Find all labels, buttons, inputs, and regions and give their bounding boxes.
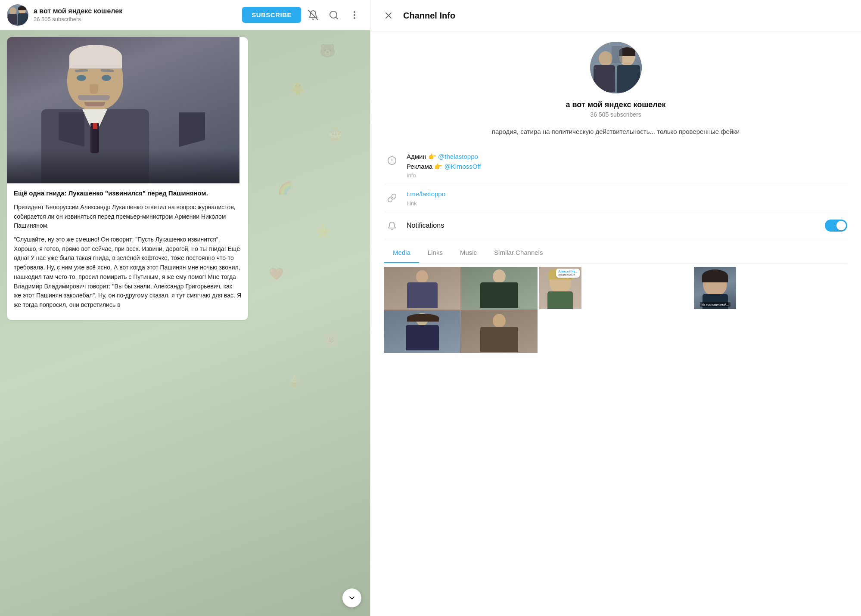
thumb-chat-overlay: Алексей Чу... @KirnessOff [556, 269, 580, 278]
message-text-block: Ещё одна гнида: Лукашенко "извинился" пе… [7, 183, 248, 320]
info-body: а вот мой яндекс кошелек 36 505 subscrib… [370, 31, 861, 616]
info-description: пародия, сатира на политическую действит… [384, 127, 847, 136]
svg-line-2 [336, 17, 338, 19]
svg-point-5 [354, 18, 355, 19]
right-panel: Channel Info а вот мой яндекс кошелек 36… [370, 0, 861, 616]
media-thumb-1[interactable] [384, 267, 538, 353]
thumb-sub-2 [461, 267, 538, 310]
svg-line-0 [308, 10, 318, 20]
link-label: Link [407, 200, 847, 207]
notifications-row-icon [384, 218, 400, 234]
info-channel-subs: 36 505 subscribers [590, 111, 641, 118]
notifications-label: Notifications [407, 222, 818, 229]
info-row-icon [384, 153, 400, 168]
message-paragraph-2: "Слушайте, ну это же смешно! Он говорит:… [14, 235, 241, 310]
message-card: Ещё одна гнида: Лукашенко "извинился" пе… [7, 37, 248, 320]
info-header: Channel Info [370, 0, 861, 31]
info-row: Админ 👉 @thelastoppo Реклама 👉 @KirnossO… [384, 147, 847, 184]
media-thumb-2[interactable]: Алексей Чу... @KirnessOff [539, 267, 581, 309]
admin-link[interactable]: @thelastoppo [438, 153, 478, 160]
link-row-content: t.me/lastoppo Link [407, 189, 847, 207]
reklama-link[interactable]: @KirnossOff [444, 163, 481, 170]
info-close-button[interactable] [381, 8, 396, 23]
message-image [7, 37, 239, 183]
svg-point-4 [354, 15, 355, 15]
message-body: Президент Белоруссии Александр Лукашенко… [14, 203, 241, 310]
chat-content: Ещё одна гнида: Лукашенко "извинился" пе… [0, 30, 370, 616]
channel-title-block: а вот мой яндекс кошелек 36 505 subscrib… [34, 7, 242, 22]
info-row-content: Админ 👉 @thelastoppo Реклама 👉 @KirnossO… [407, 152, 847, 179]
more-icon [349, 10, 360, 20]
media-tabs: Media Links Music Similar Channels [384, 243, 847, 263]
channel-header: а вот мой яндекс кошелек 36 505 subscrib… [0, 0, 370, 30]
info-panel-title: Channel Info [403, 11, 455, 21]
toggle-knob [836, 221, 846, 230]
left-panel: а вот мой яндекс кошелек 36 505 subscrib… [0, 0, 370, 616]
info-avatar [590, 42, 642, 93]
tab-media[interactable]: Media [384, 243, 419, 263]
bell-mute-icon [308, 10, 318, 20]
link-icon [387, 193, 397, 203]
tab-similar-channels[interactable]: Similar Channels [485, 243, 551, 263]
scroll-down-button[interactable] [342, 588, 361, 607]
info-channel-name: а вот мой яндекс кошелек [566, 100, 666, 109]
tab-links[interactable]: Links [419, 243, 451, 263]
link-row-icon [384, 190, 400, 206]
media-thumb-3[interactable]: Из воспоминаний... [694, 267, 736, 309]
media-grid: Алексей Чу... @KirnessOff Из воспоминани… [384, 265, 847, 355]
link-value: t.me/lastoppo [407, 189, 847, 199]
thumb-sub-1 [384, 267, 460, 310]
more-button[interactable] [346, 6, 363, 24]
thumb-sub-4 [461, 310, 538, 353]
chat-area: 🐻 🐥 🎂 🌈 ⭐ ❤️ 🌸 🍦 🦕 🌙 [0, 30, 370, 616]
message-paragraph-1: Президент Белоруссии Александр Лукашенко… [14, 203, 241, 231]
link-row: t.me/lastoppo Link [384, 184, 847, 212]
channel-avatar-small [7, 4, 28, 26]
notifications-toggle[interactable] [825, 220, 847, 232]
info-label: Info [407, 172, 847, 179]
message-headline: Ещё одна гнида: Лукашенко "извинился" пе… [14, 189, 241, 198]
notifications-content: Notifications [407, 222, 818, 229]
info-circle-icon [387, 156, 397, 165]
channel-name-header: а вот мой яндекс кошелек [34, 7, 242, 15]
svg-point-3 [354, 12, 355, 12]
thumb-sub-3 [384, 310, 460, 353]
info-avatar-section: а вот мой яндекс кошелек 36 505 subscrib… [384, 42, 847, 118]
search-icon [329, 10, 339, 20]
info-admin-text: Админ 👉 @thelastoppo Реклама 👉 @KirnossO… [407, 152, 847, 171]
bell-icon [387, 221, 397, 231]
tab-music[interactable]: Music [451, 243, 485, 263]
notifications-row: Notifications [384, 212, 847, 239]
search-button[interactable] [325, 6, 342, 24]
chevron-down-icon [348, 594, 356, 602]
channel-subs-header: 36 505 subscribers [34, 16, 242, 22]
thumb3-overlay: Из воспоминаний... [694, 300, 736, 307]
header-actions: SUBSCRIBE [242, 6, 363, 24]
subscribe-button[interactable]: SUBSCRIBE [242, 7, 301, 23]
close-icon [383, 10, 394, 21]
channel-link[interactable]: t.me/lastoppo [407, 190, 445, 198]
mute-button[interactable] [305, 6, 322, 24]
